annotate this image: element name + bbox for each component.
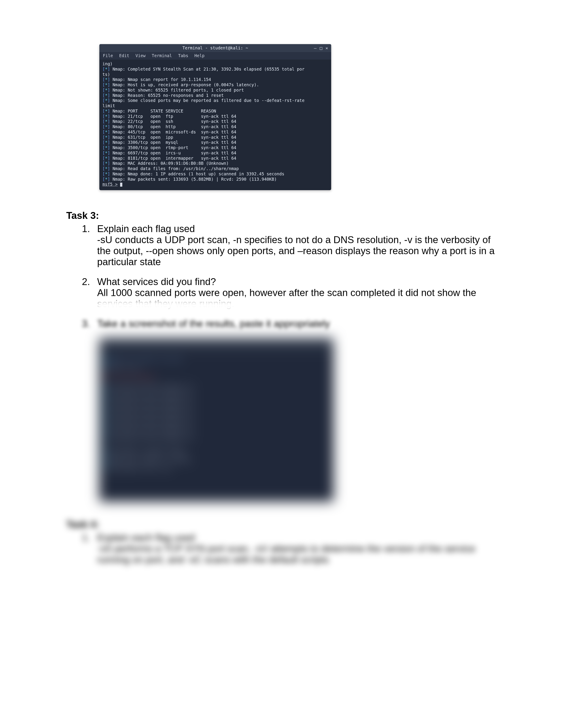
- task4-section: Task 4: Explain each flag used -sS perfo…: [66, 519, 497, 565]
- task3-item-3-title: Take a screenshot of the results, paste …: [97, 318, 497, 329]
- menu-view[interactable]: View: [135, 53, 146, 58]
- terminal-menubar: File Edit View Terminal Tabs Help: [99, 52, 331, 60]
- task3-item-2: What services did you find? All 1000 sca…: [93, 276, 497, 309]
- task3-item-1-body: -sU conducts a UDP port scan, -n specifi…: [97, 234, 497, 267]
- minimize-icon[interactable]: —: [314, 45, 317, 51]
- task4-heading: Task 4:: [66, 519, 497, 530]
- close-icon[interactable]: ×: [326, 45, 328, 51]
- maximize-icon[interactable]: □: [320, 45, 322, 51]
- task3-item-2-title: What services did you find?: [97, 276, 497, 287]
- blur-overlay: [95, 300, 499, 312]
- menu-tabs[interactable]: Tabs: [178, 53, 188, 58]
- task3-item-1-title: Explain each flag used: [97, 223, 497, 234]
- task4-item-1-body: -sS performs a TCP SYN port scan, -sV at…: [97, 543, 497, 565]
- task4-item-1: Explain each flag used -sS performs a TC…: [93, 532, 497, 565]
- terminal-titlebar: Terminal - student@kali: ~ — □ ×: [99, 44, 331, 52]
- task3-item-2-body: All 1000 scanned ports were open, howeve…: [97, 287, 497, 309]
- second-terminal-screenshot: Nmap scan report for host Host is up POR…: [99, 338, 334, 501]
- document-page: Terminal - student@kali: ~ — □ × File Ed…: [0, 0, 563, 728]
- menu-terminal[interactable]: Terminal: [152, 53, 172, 58]
- menu-file[interactable]: File: [103, 53, 113, 58]
- terminal-title: Terminal - student@kali: ~: [182, 45, 248, 51]
- terminal-screenshot: Terminal - student@kali: ~ — □ × File Ed…: [99, 44, 497, 190]
- task3-item-3: Take a screenshot of the results, paste …: [93, 318, 497, 329]
- task4-list: Explain each flag used -sS performs a TC…: [66, 532, 497, 565]
- terminal-body: ing)[*] Nmap: Completed SYN Stealth Scan…: [99, 60, 331, 190]
- task3-section: Task 3: Explain each flag used -sU condu…: [66, 210, 497, 501]
- window-controls: — □ ×: [314, 45, 328, 51]
- terminal-window: Terminal - student@kali: ~ — □ × File Ed…: [99, 44, 331, 190]
- task3-list: Explain each flag used -sU conducts a UD…: [66, 223, 497, 329]
- task3-heading: Task 3:: [66, 210, 497, 221]
- task3-item-1: Explain each flag used -sU conducts a UD…: [93, 223, 497, 267]
- task4-item-1-title: Explain each flag used: [97, 532, 497, 543]
- menu-help[interactable]: Help: [194, 53, 205, 58]
- menu-edit[interactable]: Edit: [119, 53, 129, 58]
